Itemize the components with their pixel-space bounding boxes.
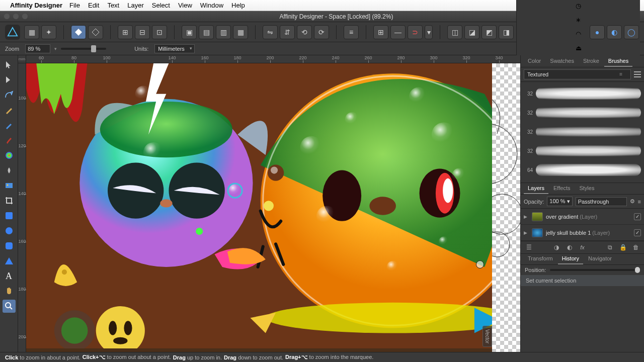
crop-tool[interactable] (3, 194, 16, 207)
tab-stroke[interactable]: Stroke (579, 56, 603, 67)
align-button[interactable]: ≡ (344, 25, 359, 39)
boolean-xor-button[interactable]: ◨ (499, 25, 514, 39)
arrange-front-button[interactable]: ▦ (233, 25, 248, 39)
brush-item[interactable]: 64 (524, 160, 641, 179)
rotate-ccw-button[interactable]: ⟲ (297, 25, 312, 39)
tab-history[interactable]: History (558, 253, 583, 264)
brush-view-icon[interactable] (634, 71, 641, 78)
snapping-toggle-button[interactable]: — (390, 25, 406, 39)
persona-draw-button[interactable]: ▦ (24, 25, 39, 39)
tab-brushes[interactable]: Brushes (604, 56, 632, 67)
corner-tool[interactable] (3, 88, 16, 102)
rotate-cw-button[interactable]: ⟳ (314, 25, 329, 39)
tab-layers[interactable]: Layers (524, 183, 548, 194)
snap-baseline-button[interactable]: ⊟ (135, 25, 150, 39)
menu-layer[interactable]: Layer (127, 2, 144, 9)
menu-file[interactable]: File (69, 2, 80, 9)
app-name[interactable]: Affinity Designer (10, 2, 62, 9)
tab-styles[interactable]: Styles (575, 183, 598, 194)
persona-pixel-button[interactable]: ✦ (41, 25, 56, 39)
arrange-backward-button[interactable]: ▤ (199, 25, 214, 39)
node-tool[interactable] (3, 73, 16, 86)
trash-icon[interactable]: 🗑 (632, 243, 640, 251)
duplicate-icon[interactable]: ⧉ (606, 243, 614, 251)
magnet-button[interactable]: ⊃ (408, 25, 423, 39)
menu-select[interactable]: Select (152, 2, 170, 9)
opacity-value-dropdown[interactable]: 100 % ▾ (547, 197, 572, 206)
menu-window[interactable]: Window (200, 2, 223, 9)
snap-grid-button[interactable]: ⊞ (118, 25, 133, 39)
brush-item[interactable]: 32 (524, 122, 641, 141)
rectangle-tool[interactable] (3, 209, 16, 222)
fx-icon[interactable]: fx (579, 243, 587, 251)
zoom-slider[interactable] (61, 48, 106, 50)
text-tool[interactable]: A (3, 269, 16, 283)
brush-item[interactable]: 32 (524, 141, 641, 160)
brush-tool[interactable] (3, 134, 16, 147)
tab-color[interactable]: Color (524, 56, 545, 67)
boolean-intersect-button[interactable]: ◩ (481, 25, 497, 39)
insert-ring-button[interactable]: ◯ (624, 25, 639, 39)
brush-item[interactable]: 32 (524, 103, 641, 122)
mask-icon[interactable]: ◑ (552, 243, 560, 251)
move-tool[interactable] (3, 58, 16, 71)
ellipse-tool[interactable] (3, 224, 16, 237)
window-traffic-lights[interactable] (4, 14, 28, 19)
tab-navigator[interactable]: Navigator (584, 253, 616, 264)
units-dropdown[interactable]: Millimeters (154, 44, 195, 53)
expand-icon[interactable]: ▶ (524, 214, 529, 219)
boolean-subtract-button[interactable]: ◪ (464, 25, 479, 39)
grid-config-button[interactable] (88, 25, 103, 39)
tab-transform[interactable]: Transform (524, 253, 557, 264)
wifi-icon[interactable]: ◠ (575, 30, 583, 38)
layer-visible-checkbox[interactable]: ✓ (634, 213, 641, 220)
expand-icon[interactable]: ▶ (524, 230, 529, 235)
snapping-grid-button[interactable]: ⊞ (373, 25, 388, 39)
flip-horizontal-button[interactable]: ⇋ (263, 25, 278, 39)
zoom-tool[interactable] (3, 300, 16, 313)
layers-stack-icon[interactable]: ☰ (525, 243, 533, 251)
pan-tool[interactable] (3, 285, 16, 298)
menu-view[interactable]: View (178, 2, 192, 9)
flip-vertical-button[interactable]: ⇵ (280, 25, 295, 39)
layer-menu-icon[interactable]: ≡ (638, 199, 641, 205)
gear-icon[interactable]: ⚙ (630, 198, 635, 205)
blend-mode-dropdown[interactable]: Passthrough (576, 197, 627, 206)
boolean-add-button[interactable]: ◫ (447, 25, 462, 39)
pencil-tool[interactable] (3, 119, 16, 132)
layers-list[interactable]: ▶ over gradient (Layer) ✓ ▶ jelly skull … (521, 209, 644, 241)
insert-circle-button[interactable]: ● (590, 25, 605, 39)
layer-visible-checkbox[interactable]: ✓ (634, 229, 641, 236)
place-image-tool[interactable] (3, 179, 16, 192)
lock-icon[interactable]: 🔒 (619, 243, 627, 251)
layer-row[interactable]: ▶ jelly skull bubble 1 (Layer) ✓ (521, 225, 644, 241)
insert-intersect-button[interactable]: ◐ (607, 25, 622, 39)
document-canvas[interactable]: Vector (26, 63, 520, 352)
horizontal-ruler[interactable]: 60 80 100 140 160 180 200 220 240 260 28… (26, 55, 520, 63)
menu-help[interactable]: Help (231, 2, 245, 9)
transparency-tool[interactable] (3, 164, 16, 177)
arrange-back-button[interactable]: ▣ (182, 25, 197, 39)
eject-icon[interactable]: ⏏ (575, 44, 583, 52)
bluetooth-icon[interactable]: ∗ (575, 16, 583, 24)
snap-dropdown-button[interactable]: ▾ (425, 25, 433, 39)
brush-item[interactable]: 32 (524, 84, 641, 103)
pen-tool[interactable] (3, 104, 16, 117)
zoom-dropdown-icon[interactable]: ▾ (54, 46, 57, 51)
zoom-input[interactable] (25, 44, 50, 53)
tab-effects[interactable]: Effects (549, 183, 574, 194)
menu-edit[interactable]: Edit (88, 2, 99, 9)
history-position-slider[interactable] (550, 269, 640, 271)
rounded-rect-tool[interactable] (3, 239, 16, 252)
vertical-ruler[interactable]: 100 120 140 160 180 200 (18, 63, 26, 352)
fill-tool[interactable] (3, 149, 16, 162)
persona-tab-vector[interactable]: Vector (482, 326, 492, 347)
triangle-tool[interactable] (3, 254, 16, 267)
brush-category-dropdown[interactable]: Textured (524, 69, 631, 79)
snap-node-button[interactable]: ⊡ (152, 25, 167, 39)
brushes-list[interactable]: 32 32 32 32 64 (521, 82, 644, 183)
history-item[interactable]: Set current selection (521, 275, 644, 286)
arrange-forward-button[interactable]: ▥ (216, 25, 231, 39)
clock-icon[interactable]: ◷ (575, 2, 583, 10)
layer-row[interactable]: ▶ over gradient (Layer) ✓ (521, 209, 644, 225)
